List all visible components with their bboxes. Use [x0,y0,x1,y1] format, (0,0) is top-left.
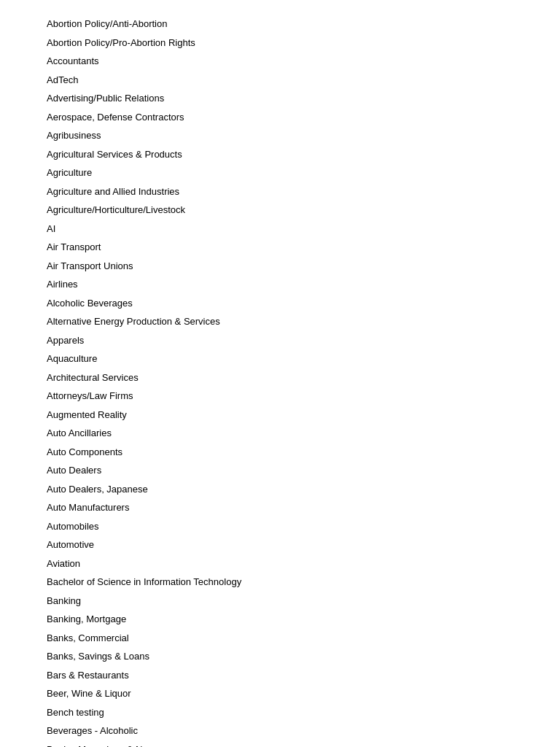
list-item[interactable]: Bachelor of Science in Information Techn… [47,573,513,592]
list-item[interactable]: Apparels [47,331,513,350]
list-item[interactable]: Bench testing [47,703,513,722]
list-item[interactable]: Agriculture and Allied Industries [47,182,513,201]
list-item[interactable]: Alcoholic Beverages [47,294,513,313]
list-item[interactable]: Auto Manufacturers [47,498,513,517]
list-item[interactable]: Agribusiness [47,126,513,145]
list-item[interactable]: Aviation [47,554,513,573]
list-item[interactable]: Airlines [47,275,513,294]
list-item[interactable]: Automotive [47,535,513,554]
list-item[interactable]: Beer, Wine & Liquor [47,684,513,703]
list-item[interactable]: Augmented Reality [47,406,513,425]
list-item[interactable]: Auto Dealers, Japanese [47,480,513,499]
list-item[interactable]: Air Transport [47,238,513,257]
list-item[interactable]: AdTech [47,71,513,90]
list-item[interactable]: Banks, Commercial [47,629,513,648]
list-item[interactable]: Alternative Energy Production & Services [47,312,513,331]
list-item[interactable]: AI [47,220,513,239]
list-item[interactable]: Aerospace, Defense Contractors [47,108,513,127]
list-item[interactable]: Advertising/Public Relations [47,89,513,108]
list-item[interactable]: Aquaculture [47,349,513,368]
list-item[interactable]: Agriculture/Horticulture/Livestock [47,201,513,220]
list-item[interactable]: Beverages - Alcoholic [47,721,513,740]
list-item[interactable]: Abortion Policy/Anti-Abortion [47,15,513,34]
list-item[interactable]: Attorneys/Law Firms [47,387,513,406]
list-item[interactable]: Automobiles [47,517,513,536]
list-item[interactable]: Banks, Savings & Loans [47,647,513,666]
list-item[interactable]: Books, Magazines & Newspapers [47,740,513,748]
list-item[interactable]: Auto Components [47,443,513,462]
list-item[interactable]: Bars & Restaurants [47,666,513,685]
list-item[interactable]: Banking, Mortgage [47,610,513,629]
list-item[interactable]: Auto Dealers [47,461,513,480]
list-item[interactable]: Agriculture [47,163,513,182]
list-item[interactable]: Banking [47,592,513,611]
list-item[interactable]: Agricultural Services & Products [47,145,513,164]
list-item[interactable]: Air Transport Unions [47,257,513,276]
list-item[interactable]: Abortion Policy/Pro-Abortion Rights [47,34,513,53]
list-item[interactable]: Accountants [47,52,513,71]
industry-list: Abortion Policy/Anti-AbortionAbortion Po… [47,15,513,747]
list-item[interactable]: Architectural Services [47,368,513,387]
list-item[interactable]: Auto Ancillaries [47,424,513,443]
